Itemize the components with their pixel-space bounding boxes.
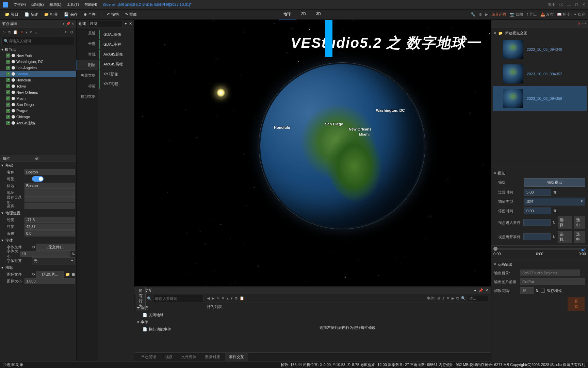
create-item[interactable]: XYZ影像 bbox=[99, 70, 133, 79]
menu-icon[interactable]: ⋯ bbox=[582, 21, 586, 26]
scene-restore-button[interactable]: 场景还原 bbox=[491, 12, 506, 17]
input-transition[interactable] bbox=[524, 189, 551, 196]
tree-item-neworleans[interactable]: ✓New Orleans bbox=[0, 89, 76, 95]
behavior-search-input[interactable] bbox=[153, 295, 203, 302]
combo-interp[interactable]: 线性▾ bbox=[524, 198, 585, 205]
checkbox-icon[interactable]: ✓ bbox=[6, 103, 10, 107]
capture-button[interactable]: 捕捉视点 bbox=[524, 178, 585, 187]
tab-vector[interactable]: 矢量数据 bbox=[77, 70, 98, 81]
wrench-icon[interactable]: 🔧 bbox=[471, 12, 475, 17]
menu-tools[interactable]: 工具(T) bbox=[65, 1, 81, 9]
spinner-icon[interactable]: ⇅ bbox=[553, 190, 556, 195]
tree-item-losangeles[interactable]: ✓Los Angeles bbox=[0, 65, 76, 71]
checkbox-icon[interactable]: ✓ bbox=[6, 121, 10, 125]
input-highlight[interactable] bbox=[24, 203, 75, 209]
checkbox-icon[interactable]: ✓ bbox=[6, 90, 10, 94]
gear-icon[interactable]: ⚙ bbox=[69, 29, 74, 35]
input-title[interactable] bbox=[24, 183, 75, 189]
dot-icon[interactable]: ● bbox=[474, 288, 476, 293]
checkbox-icon[interactable]: ✓ bbox=[6, 96, 10, 101]
tree-item-sandiego[interactable]: ✓San Diego bbox=[0, 102, 76, 108]
section-viewpoint[interactable]: ▾视点 bbox=[493, 169, 587, 177]
menu-help[interactable]: 帮助(H) bbox=[82, 1, 99, 9]
spinner-icon[interactable]: ⇅ bbox=[536, 289, 539, 293]
info-icon[interactable]: ⓘ bbox=[559, 2, 563, 7]
about-link[interactable]: 关于 bbox=[548, 2, 555, 7]
screenshot-button[interactable]: 📷截图 bbox=[510, 12, 523, 17]
preview-icon[interactable]: ▦ bbox=[71, 272, 75, 277]
checkbox-icon[interactable]: ✓ bbox=[6, 78, 10, 82]
timeline-track[interactable] bbox=[493, 248, 586, 250]
create-item[interactable]: XYZ高程 bbox=[99, 79, 133, 89]
play-icon[interactable]: ▶ bbox=[485, 12, 488, 17]
section-geo[interactable]: ▾地理位置 bbox=[0, 210, 76, 216]
export-button[interactable]: ⤴导出 bbox=[526, 12, 537, 17]
nav-back-icon[interactable]: ◀ bbox=[207, 296, 210, 301]
redo-button[interactable]: ↷重做 bbox=[123, 11, 139, 18]
tree-item-miami[interactable]: ✓Miami bbox=[0, 95, 76, 102]
export-icon[interactable]: ⤴ bbox=[442, 296, 444, 301]
copy-icon[interactable]: ⧉ bbox=[235, 296, 238, 301]
input-cache[interactable] bbox=[24, 196, 75, 202]
tab-layer[interactable]: 图层 bbox=[77, 60, 98, 70]
spinner-icon[interactable]: ⇅ bbox=[553, 209, 556, 213]
delete-icon[interactable]: ✕ bbox=[222, 296, 225, 301]
tree-item-arcgis[interactable]: ✓ArcGIS影像 bbox=[0, 120, 76, 126]
section-anim-output[interactable]: ▾动画输出 bbox=[493, 261, 587, 269]
list-icon[interactable]: ☰ bbox=[34, 29, 38, 35]
fontfile-button[interactable]: [无文件]... bbox=[36, 244, 75, 251]
behavior-item[interactable]: 📄关闭地球 bbox=[136, 311, 202, 319]
checkbox-icon[interactable]: ✓ bbox=[6, 53, 10, 58]
tab-all[interactable]: 全部 bbox=[77, 39, 98, 49]
welcome-button[interactable]: ✦欢迎 bbox=[574, 12, 585, 17]
paste-icon[interactable]: 📋 bbox=[12, 29, 18, 35]
menu-layout[interactable]: 布局(L) bbox=[47, 1, 63, 9]
checkbox-icon[interactable]: ✓ bbox=[6, 84, 10, 88]
viewpoint-item[interactable]: 2023_10_03_094352 bbox=[493, 62, 587, 86]
checkbox-icon[interactable]: ✓ bbox=[6, 66, 10, 70]
spinner-icon[interactable]: ⇅ bbox=[72, 252, 75, 256]
publish-button[interactable]: 📤发布 bbox=[540, 12, 554, 17]
section-font[interactable]: ▾字体 bbox=[0, 237, 76, 244]
combo-fontalign[interactable]: 无▾ bbox=[32, 257, 75, 264]
browse-icon[interactable]: 📁 bbox=[65, 272, 70, 277]
tree-item-prague[interactable]: ✓Prague bbox=[0, 108, 76, 114]
down-icon[interactable]: ▾ bbox=[29, 29, 33, 35]
dot-icon[interactable]: ● bbox=[63, 22, 65, 26]
browse-button[interactable]: ... bbox=[582, 271, 585, 275]
viewpoint-item[interactable]: 2023_10_03_094359 bbox=[493, 86, 587, 111]
start-button[interactable]: 开始 bbox=[568, 297, 585, 311]
close-panel-icon[interactable]: ✕ bbox=[71, 22, 74, 26]
input-iconsize[interactable] bbox=[24, 278, 75, 284]
input-outprefix[interactable] bbox=[520, 278, 585, 285]
play-icon[interactable]: ▶ bbox=[452, 296, 454, 301]
close-icon[interactable]: ✕ bbox=[129, 21, 132, 26]
expand-icon[interactable]: ▷ bbox=[2, 29, 6, 35]
refresh-icon[interactable]: ↻ bbox=[553, 220, 556, 225]
tree-item-honolulu[interactable]: ✓Honolulu bbox=[0, 77, 76, 83]
copy-icon[interactable]: ⧉ bbox=[7, 29, 11, 35]
search-input[interactable] bbox=[9, 39, 72, 43]
refresh-icon[interactable]: ↻ bbox=[64, 29, 68, 35]
edit-icon[interactable]: ✎ bbox=[216, 296, 219, 301]
behavior-group[interactable]: ▾系统 bbox=[136, 304, 202, 311]
event-search-input[interactable] bbox=[468, 295, 488, 302]
input-enter-event[interactable] bbox=[523, 219, 551, 226]
up-icon[interactable]: ▴ bbox=[227, 296, 229, 301]
new-button[interactable]: 📄新建 bbox=[22, 11, 40, 18]
input-fontsize[interactable] bbox=[20, 251, 70, 257]
tab-recent[interactable]: 最近 bbox=[77, 28, 98, 39]
section-basic[interactable]: ▾基础 bbox=[0, 162, 76, 169]
input-lat[interactable] bbox=[24, 224, 75, 230]
tab-general[interactable]: 常规 bbox=[77, 49, 98, 60]
check-enter-button[interactable]: 选中 bbox=[574, 216, 585, 229]
tree-item-newyork[interactable]: ✓New York bbox=[0, 52, 76, 59]
chevron-down-icon[interactable]: ▾ bbox=[125, 21, 127, 26]
tab-label[interactable]: 标签 bbox=[77, 81, 98, 91]
create-item[interactable]: ArcGIS高程 bbox=[99, 60, 133, 69]
minimize-button[interactable]: — bbox=[567, 3, 571, 7]
merge-button[interactable]: ⊕合并 bbox=[82, 11, 98, 18]
tree-item-boston[interactable]: ✓Boston bbox=[0, 71, 76, 77]
create-item[interactable]: GDAL影像 bbox=[99, 30, 133, 39]
checkbox-icon[interactable]: ✓ bbox=[6, 60, 10, 64]
